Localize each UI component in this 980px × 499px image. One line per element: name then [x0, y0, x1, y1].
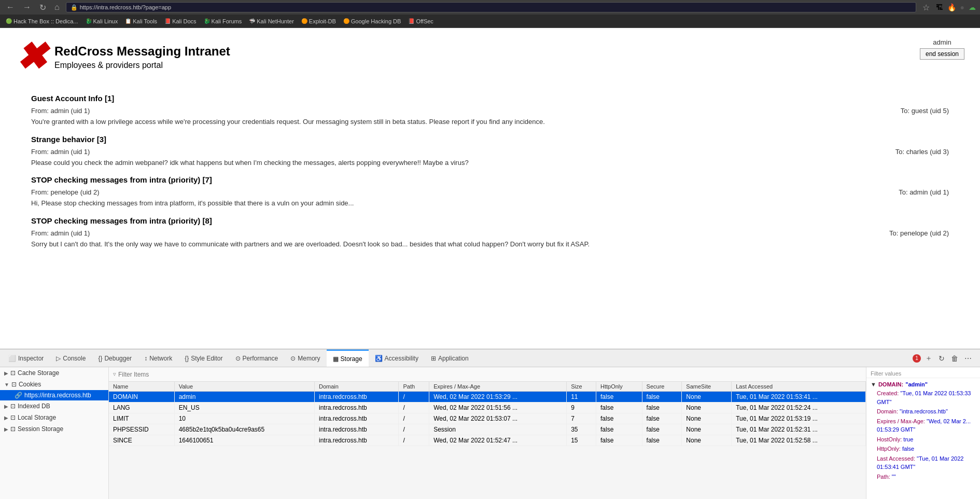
- localstorage-label: Local Storage: [18, 414, 56, 421]
- storage-group-sessionstorage: ▶ ⊡ Session Storage: [0, 423, 108, 435]
- tab-accessibility[interactable]: ♿ Accessibility: [369, 350, 425, 367]
- cell-size-3: 35: [567, 424, 596, 435]
- tab-inspector[interactable]: ⬜ Inspector: [2, 350, 50, 367]
- col-samesite: SameSite: [682, 382, 732, 392]
- refresh-button[interactable]: ↻: [37, 2, 48, 13]
- localstorage-header[interactable]: ▶ ⊡ Local Storage: [0, 412, 108, 423]
- tab-style-editor[interactable]: {} Style Editor: [178, 350, 229, 367]
- cell-domain-2: intra.redcross.htb: [314, 413, 399, 424]
- cell-value-3: 4685b2e1tq0k5ba0u4cre9as65: [174, 424, 314, 435]
- table-row[interactable]: SINCE1646100651intra.redcross.htb/Wed, 0…: [109, 435, 866, 446]
- cell-httponly-4: false: [596, 435, 642, 446]
- bookmark-exploit-db[interactable]: 🟠Exploit-DB: [299, 17, 339, 25]
- tab-storage[interactable]: ▦ Storage: [327, 350, 369, 367]
- message-from-0: From: admin (uid 1): [31, 107, 90, 115]
- cell-samesite-3: None: [682, 424, 732, 435]
- error-badge: 1: [913, 354, 921, 363]
- tab-memory[interactable]: ⊙ Memory: [284, 350, 326, 367]
- cache-storage-header[interactable]: ▶ ⊡ Cache Storage: [0, 367, 108, 379]
- cache-storage-label: Cache Storage: [18, 369, 59, 377]
- bookmark-kali-nethunter[interactable]: 🦈Kali NetHunter: [246, 17, 297, 25]
- memory-icon: ⊙: [290, 355, 296, 362]
- style-editor-icon: {}: [185, 355, 189, 362]
- tab-application[interactable]: ⊞ Application: [425, 350, 475, 367]
- forward-button[interactable]: →: [21, 2, 33, 13]
- message-title-3: STOP checking messages from intra (prior…: [31, 216, 949, 225]
- cell-size-1: 9: [567, 403, 596, 413]
- cell-secure-1: false: [642, 403, 682, 413]
- detail-expand-icon: ▼: [871, 381, 876, 387]
- bookmark-button[interactable]: ☆: [920, 2, 932, 13]
- cell-secure-2: false: [642, 413, 682, 424]
- table-row[interactable]: DOMAINadminintra.redcross.htb/Wed, 02 Ma…: [109, 392, 866, 403]
- cell-value-0: admin: [174, 392, 314, 403]
- cell-name-1: LANG: [109, 403, 174, 413]
- cookies-expand-icon: ▼: [4, 382, 9, 387]
- bookmark-offsec[interactable]: 📕OffSec: [405, 17, 436, 25]
- devtools-actions: 1 ＋ ↻ 🗑 ⋯: [913, 353, 978, 364]
- storage-panel-body: ▶ ⊡ Cache Storage ▼ ⊡ Cookies 🔗 https://…: [0, 367, 980, 499]
- cookies-item-intra[interactable]: 🔗 https://intra.redcross.htb: [0, 390, 108, 400]
- cell-path-3: /: [399, 424, 429, 435]
- cell-domain-4: intra.redcross.htb: [314, 435, 399, 446]
- storage-group-localstorage: ▶ ⊡ Local Storage: [0, 412, 108, 423]
- cell-expires-2: Wed, 02 Mar 2022 01:53:07 ...: [429, 413, 567, 424]
- cookies-label: Cookies: [19, 381, 41, 388]
- bookmark-kali-linux[interactable]: 🐉Kali Linux: [83, 17, 121, 25]
- storage-detail: Filter values ▼ DOMAIN: "admin" Created:…: [866, 367, 980, 499]
- detail-httponly: HttpOnly: false: [866, 444, 980, 454]
- indexeddb-header[interactable]: ▶ ⊡ Indexed DB: [0, 400, 108, 412]
- detail-section-header: ▼ DOMAIN: "admin": [866, 380, 980, 389]
- back-button[interactable]: ←: [4, 2, 17, 13]
- message-meta-0: From: admin (uid 1) To: guest (uid 5): [31, 107, 949, 115]
- message-meta-1: From: admin (uid 1) To: charles (uid 3): [31, 148, 949, 156]
- bookmark-kali-docs[interactable]: 📕Kali Docs: [162, 17, 199, 25]
- bookmark-htb[interactable]: 🟢Hack The Box :: Dedica...: [3, 17, 81, 25]
- cell-expires-3: Session: [429, 424, 567, 435]
- address-bar[interactable]: 🔒 https://intra.redcross.htb/?page=app: [66, 2, 916, 12]
- cell-samesite-4: None: [682, 435, 732, 446]
- sessionstorage-label: Session Storage: [18, 425, 63, 433]
- bookmark-kali-tools[interactable]: 📋Kali Tools: [122, 17, 160, 25]
- end-session-button[interactable]: end session: [920, 48, 964, 60]
- cell-httponly-0: false: [596, 392, 642, 403]
- storage-group-cache: ▶ ⊡ Cache Storage: [0, 367, 108, 379]
- cell-httponly-1: false: [596, 403, 642, 413]
- filter-input[interactable]: [118, 371, 862, 378]
- detail-last-accessed: Last Accessed: "Tue, 01 Mar 2022 01:53:4…: [866, 454, 980, 472]
- tab-performance[interactable]: ⊙ Performance: [229, 350, 285, 367]
- cell-secure-3: false: [642, 424, 682, 435]
- tab-network[interactable]: ↕ Network: [138, 350, 178, 367]
- cell-expires-1: Wed, 02 Mar 2022 01:51:56 ...: [429, 403, 567, 413]
- application-icon: ⊞: [431, 355, 436, 362]
- devtools-more-button[interactable]: ⋯: [962, 353, 974, 364]
- table-row[interactable]: PHPSESSID4685b2e1tq0k5ba0u4cre9as65intra…: [109, 424, 866, 435]
- tab-debugger[interactable]: {} Debugger: [92, 350, 138, 367]
- indexeddb-label: Indexed DB: [18, 403, 50, 410]
- cookie-table: Name Value Domain Path Expires / Max-Age…: [109, 382, 866, 499]
- cookies-icon: ⊡: [11, 381, 17, 388]
- tab-console[interactable]: ▷ Console: [50, 350, 92, 367]
- devtools-trash-button[interactable]: 🗑: [949, 353, 960, 364]
- table-row[interactable]: LIMIT10intra.redcross.htb/Wed, 02 Mar 20…: [109, 413, 866, 424]
- devtools-add-button[interactable]: ＋: [923, 353, 934, 364]
- detail-section-value: "admin": [905, 381, 928, 387]
- cache-expand-icon: ▶: [4, 370, 8, 376]
- logo-icon: ✖: [16, 38, 47, 76]
- devtools-refresh-button[interactable]: ↻: [936, 353, 947, 364]
- user-area: admin end session: [920, 38, 964, 60]
- message-to-0: To: guest (uid 5): [901, 107, 949, 115]
- lock-icon: 🔒: [71, 4, 78, 11]
- bookmark-kali-forums[interactable]: 🐉Kali Forums: [201, 17, 245, 25]
- cookies-header[interactable]: ▼ ⊡ Cookies: [0, 379, 108, 390]
- cell-httponly-3: false: [596, 424, 642, 435]
- message-to-1: To: charles (uid 3): [895, 148, 949, 156]
- bookmarks-bar: 🟢Hack The Box :: Dedica... 🐉Kali Linux 📋…: [0, 15, 980, 28]
- indexeddb-expand-icon: ▶: [4, 404, 8, 409]
- home-button[interactable]: ⌂: [52, 2, 62, 13]
- filter-bar: ▿: [109, 367, 866, 382]
- sessionstorage-header[interactable]: ▶ ⊡ Session Storage: [0, 423, 108, 435]
- cell-path-2: /: [399, 413, 429, 424]
- table-row[interactable]: LANGEN_USintra.redcross.htb/Wed, 02 Mar …: [109, 403, 866, 413]
- bookmark-google-hacking[interactable]: 🟠Google Hacking DB: [341, 17, 404, 25]
